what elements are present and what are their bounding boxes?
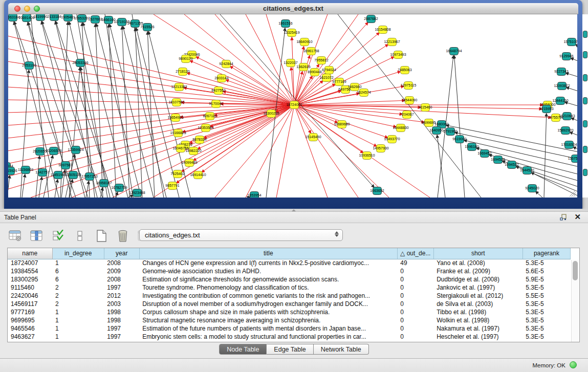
graph-node[interactable]: 1694528 [491,156,505,164]
table-row[interactable]: 911546021997Tourette syndrome. Phenomeno… [8,283,571,292]
graph-node[interactable]: 2718120 [176,68,189,76]
graph-node[interactable]: 1527602 [88,16,102,24]
graph-node[interactable]: 2820655 [33,148,47,156]
graph-node[interactable]: 9245020 [525,185,539,192]
canvas-resize-handle-icon[interactable] [570,190,576,196]
table-row[interactable]: 1456911722003Disruption of a novel membe… [8,300,571,308]
table-settings-icon[interactable] [7,228,24,244]
table-selector-dropdown[interactable]: citations_edges.txt [139,229,343,241]
graph-node[interactable]: 12213382 [171,83,187,91]
graph-node-label: 7204067 [400,113,413,116]
graph-node[interactable]: 12213967 [384,38,400,46]
graph-node[interactable]: 11156869 [18,166,33,174]
tab-node-table[interactable]: Node Table [219,344,267,355]
graph-node-label: 1819990 [33,15,47,18]
close-panel-button[interactable]: ✕ [574,212,581,222]
graph-node[interactable]: 14099489 [181,159,197,167]
graph-node[interactable]: 1596180 [465,143,478,151]
graph-node[interactable]: 6794024 [322,67,336,74]
graph-node[interactable]: 16961758 [303,48,319,55]
graph-node[interactable]: 1819990 [33,14,47,21]
graph-node[interactable]: 15145450 [305,134,321,141]
table-row[interactable]: 969969511998Structural magnetic resonanc… [8,316,571,324]
graph-node[interactable]: 7955812 [314,57,328,64]
graph-node[interactable]: 1653954 [247,192,261,198]
graph-node[interactable]: 1905481 [61,14,75,21]
row-height-icon[interactable] [72,228,88,244]
table-row[interactable]: 2242004622012Investigating the contribut… [8,292,571,300]
graph-node[interactable]: 7485063 [398,67,411,74]
graph-node[interactable]: 9170046 [209,100,223,108]
graph-node[interactable]: 2803144 [214,75,228,82]
table-row[interactable]: 1938455462009Genome-wide association stu… [8,267,571,275]
table-vertical-scrollbar[interactable] [571,260,579,342]
graph-node[interactable]: 3915926 [8,167,17,175]
graph-node[interactable]: 2133184 [47,14,61,21]
graph-node[interactable]: 17957253 [81,173,97,181]
graph-node[interactable]: 9129946 [559,53,573,60]
graph-node[interactable]: 1094532 [505,161,518,169]
graph-node[interactable]: 12093872 [554,82,570,90]
graph-node[interactable]: 1621072 [319,74,333,82]
graph-node[interactable]: 10653287 [74,15,90,23]
column-header-out_de[interactable]: △ out_de... [397,248,433,259]
select-column-icon[interactable] [29,228,45,244]
float-panel-button[interactable] [559,213,568,222]
graph-node[interactable]: 19654935 [167,114,183,122]
graph-node[interactable]: 16448830 [393,124,408,132]
graph-node[interactable]: 8990448 [308,69,321,76]
delete-trash-icon[interactable] [115,228,131,244]
graph-node[interactable]: 2063184 [8,14,20,21]
graph-node[interactable]: 11675300 [568,155,577,163]
table-row[interactable]: 977716911998Corpus callosum shape and si… [8,308,571,316]
graph-node[interactable]: 1861516 [278,20,292,28]
column-check-icon[interactable] [50,228,67,244]
tab-edge-table[interactable]: Edge Table [267,344,313,355]
graph-node[interactable]: 3624574 [357,89,371,97]
graph-node[interactable]: 13325419 [284,29,299,37]
new-table-icon[interactable] [93,228,110,244]
table-row[interactable]: 946554611997Estimation of the future num… [8,324,571,333]
column-header-title[interactable]: title [139,248,397,259]
graph-node[interactable]: 2887682 [364,15,378,23]
graph-node[interactable]: 18107550 [168,99,184,106]
graph-node[interactable]: 9097587 [58,162,72,169]
graph-node[interactable]: 17359924 [68,146,83,154]
graph-node-label: 3624574 [357,91,371,94]
graph-node-label: 16958107 [96,181,112,185]
tab-network-table[interactable]: Network Table [314,344,369,355]
graph-node[interactable]: 20691406 [18,14,34,22]
table-row[interactable]: 946362711997Embryonic stem cells: a mode… [8,333,571,341]
graph-node[interactable]: 15892970 [557,127,573,135]
graph-node[interactable]: 9227343 [554,68,568,76]
node-table[interactable]: namein_degreeyeartitle△ out_de...shortpa… [7,248,580,342]
graph-node[interactable]: 15493770 [384,136,400,143]
graph-node[interactable]: 15751074 [563,38,577,46]
graph-node[interactable]: 1069452 [477,150,491,158]
graph-node[interactable]: 9699695 [422,119,435,127]
table-tab-bar: Node TableEdge TableNetwork Table [0,344,588,356]
column-header-pagerank[interactable]: pagerank [522,248,570,259]
graph-node[interactable]: 12975115 [401,82,417,90]
column-header-short[interactable]: short [433,248,522,259]
graph-node[interactable]: 9619000 [452,136,466,143]
graph-node[interactable]: 16154808 [375,26,390,34]
network-canvas[interactable]: 1872400720631842069140618199902133184190… [8,14,577,198]
column-header-year[interactable]: year [104,248,139,259]
window-title-bar[interactable]: citations_edges.txt [8,3,578,14]
column-header-name[interactable]: name [8,248,52,259]
graph-node[interactable]: 1063652 [370,187,384,195]
column-header-in_degree[interactable]: in_degree [52,248,104,259]
clipped-graph-node [583,51,587,58]
graph-node[interactable]: 18640910 [296,38,312,46]
graph-node[interactable]: 7204067 [400,111,413,119]
graph-node[interactable]: 11544090 [402,97,418,104]
graph-node[interactable]: 28053346 [72,59,88,67]
table-row[interactable]: 1830029562008Estimation of significance … [8,275,571,283]
graph-node[interactable]: 16648794 [446,48,462,55]
graph-node[interactable]: 10689680 [334,121,350,128]
graph-node[interactable]: 19166825 [170,129,186,137]
scrollbar-thumb[interactable] [573,261,578,280]
graph-node[interactable]: 1322037 [284,59,297,67]
table-row[interactable]: 1872400712008Changes of HCN gene express… [8,259,571,267]
